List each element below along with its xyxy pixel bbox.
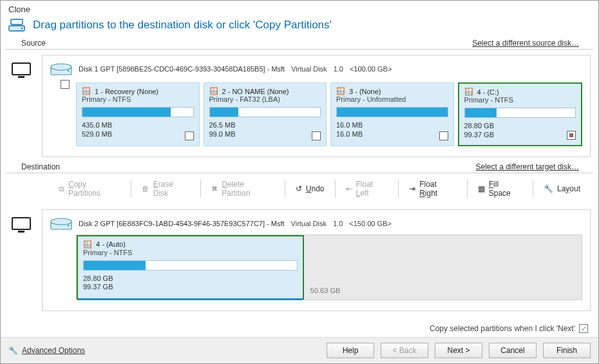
windows-icon: 🪟: [83, 240, 92, 249]
destination-partition-4[interactable]: 🪟4 - (Auto) Primary - NTFS 28.80 GB99.37…: [77, 235, 304, 300]
partition-checkbox[interactable]: [439, 131, 448, 140]
partition-2[interactable]: 🪟2 - NO NAME (None) Primary - FAT32 (LBA…: [204, 82, 327, 146]
partition-title: 1 - Recovery (None): [95, 88, 158, 95]
svg-rect-1: [11, 19, 23, 24]
destination-header-row: Destination Select a different target di…: [6, 161, 593, 173]
wrench-icon: 🔧: [8, 346, 18, 355]
total-size: 529.0 MB: [82, 130, 194, 139]
layout-icon: 🔧: [544, 184, 553, 193]
windows-icon: 🪟: [82, 87, 91, 95]
partition-sub: Primary - FAT32 (LBA): [209, 95, 321, 103]
advanced-options-label: Advanced Options: [22, 346, 85, 355]
partition-checkbox[interactable]: [567, 131, 576, 140]
windows-icon: 🪟: [336, 87, 345, 95]
erase-disk-button: 🗑Erase Disk: [135, 177, 197, 200]
delete-icon: ✖: [211, 184, 218, 193]
undo-button[interactable]: ↺Undo: [289, 182, 331, 196]
fill-icon: ▦: [478, 184, 485, 193]
delete-partition-button: ✖Delete Partition: [205, 177, 280, 200]
monitor-icon: [8, 209, 34, 312]
used-size: 26.5 MB: [209, 121, 321, 130]
footer: Copy selected partitions when I click 'N…: [1, 320, 598, 363]
undo-icon: ↺: [296, 184, 302, 193]
destination-label: Destination: [14, 161, 68, 173]
advanced-options-link[interactable]: 🔧 Advanced Options: [8, 346, 85, 355]
partition-checkbox[interactable]: [185, 131, 194, 140]
partition-sub: Primary - NTFS: [464, 96, 576, 104]
usage-bar: [336, 107, 448, 117]
destination-row: Disk 2 GPT [6E883FC9-1ABD-4543-9F46-357E…: [1, 204, 598, 316]
used-size: 435.0 MB: [82, 121, 194, 130]
partition-title: 3 - (None): [349, 88, 381, 95]
clone-wizard-window: { "title": "Clone", "hero": "Drag partit…: [0, 0, 599, 364]
windows-icon: 🪟: [464, 88, 473, 96]
back-button: < Back: [381, 343, 428, 358]
finish-button[interactable]: Finish: [543, 343, 591, 358]
total-size: 99.37 GB: [464, 131, 576, 140]
source-panel: Disk 1 GPT [5898BE25-CDC0-469C-9393-3045…: [42, 55, 591, 157]
partition-checkbox[interactable]: [312, 131, 321, 140]
destination-partitions: 🪟4 - (Auto) Primary - NTFS 28.80 GB99.37…: [76, 235, 582, 301]
copy-on-next-checkbox[interactable]: [579, 324, 588, 333]
destination-disk-header: Disk 2 GPT [6E883FC9-1ABD-4543-9F46-357E…: [50, 216, 582, 231]
svg-rect-9: [18, 231, 24, 233]
svg-rect-8: [12, 218, 30, 229]
cancel-button[interactable]: Cancel: [489, 343, 537, 358]
float-right-icon: ⇥: [409, 184, 415, 193]
source-disk-rev: 1.0: [334, 65, 343, 73]
erase-icon: 🗑: [142, 184, 149, 193]
selection-underline: [78, 298, 303, 300]
copy-on-next-label: Copy selected partitions when I click 'N…: [430, 324, 575, 333]
windows-icon: 🪟: [209, 87, 218, 95]
svg-point-6: [51, 64, 71, 70]
source-label: Source: [14, 37, 53, 49]
destination-toolbar: ⧉CCopy Partitionsopy Partitions 🗑Erase D…: [1, 173, 598, 204]
source-disk-size: <100.00 GB>: [350, 65, 392, 73]
monitor-icon: [8, 55, 34, 157]
source-header-row: Source Select a different source disk…: [6, 37, 593, 50]
partition-3[interactable]: 🪟3 - (None) Primary - Unformatted 16.0 M…: [330, 82, 454, 146]
partition-title: 2 - NO NAME (None): [222, 88, 289, 95]
usage-bar: [464, 108, 576, 118]
partition-title: 4 - (Auto): [96, 240, 126, 248]
svg-point-2: [21, 28, 23, 29]
used-size: 28.80 GB: [464, 122, 576, 131]
svg-point-12: [68, 224, 70, 226]
instruction-row: Drag partitions to the destination disk …: [1, 15, 598, 37]
usage-bar: [209, 107, 321, 117]
total-size: 16.0 MB: [336, 130, 448, 139]
partition-1[interactable]: 🪟1 - Recovery (None) Primary - NTFS 435.…: [76, 82, 200, 146]
free-space-label: 50.63 GB: [310, 287, 340, 294]
source-partitions: 🪟1 - Recovery (None) Primary - NTFS 435.…: [76, 82, 582, 146]
copy-partitions-button: ⧉CCopy Partitionsopy Partitions: [52, 177, 127, 200]
select-source-disk-link[interactable]: Select a different source disk…: [472, 39, 579, 48]
svg-rect-3: [12, 63, 30, 75]
hdd-icon: [50, 216, 72, 231]
hdd-icon: [50, 62, 72, 76]
source-disk-type: Virtual Disk: [291, 65, 327, 73]
next-button[interactable]: Next >: [435, 343, 482, 358]
partition-title: 4 - (C:): [477, 88, 499, 96]
destination-disk-rev: 1.0: [333, 220, 343, 227]
float-right-button[interactable]: ⇥Float Right: [403, 177, 463, 200]
help-button[interactable]: Help: [327, 343, 374, 358]
total-size: 99.37 GB: [83, 283, 298, 292]
float-left-button: ⇤Float Left: [339, 177, 395, 200]
source-disk-checkbox[interactable]: [61, 80, 70, 89]
usage-bar: [82, 107, 194, 117]
source-row: Disk 1 GPT [5898BE25-CDC0-469C-9393-3045…: [1, 50, 598, 161]
unallocated-space[interactable]: 50.63 GB: [304, 235, 582, 300]
partition-sub: Primary - Unformatted: [336, 95, 448, 103]
total-size: 99.0 MB: [209, 130, 321, 139]
clone-disk-icon: [8, 18, 26, 32]
fill-space-button[interactable]: ▦Fill Space: [471, 177, 529, 200]
destination-disk-type: Virtual Disk: [291, 220, 327, 227]
source-disk-id: Disk 1 GPT [5898BE25-CDC0-469C-9393-3045…: [79, 65, 285, 73]
partition-4[interactable]: 🪟4 - (C:) Primary - NTFS 28.80 GB99.37 G…: [458, 82, 583, 146]
layout-button[interactable]: 🔧Layout: [537, 182, 587, 196]
used-size: 16.0 MB: [336, 121, 448, 130]
float-left-icon: ⇤: [346, 184, 352, 193]
destination-panel: Disk 2 GPT [6E883FC9-1ABD-4543-9F46-357E…: [42, 209, 591, 312]
window-title: Clone: [1, 1, 598, 15]
select-target-disk-link[interactable]: Select a different target disk…: [475, 162, 579, 171]
